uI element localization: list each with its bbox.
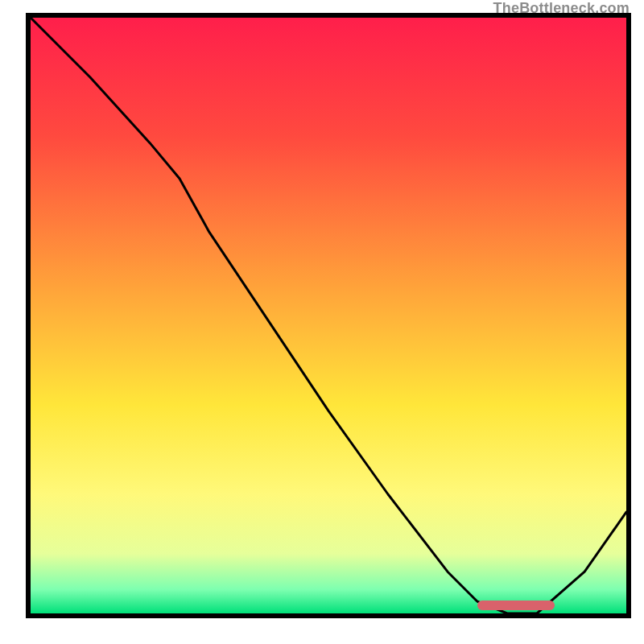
chart-frame: TheBottleneck.com	[0, 0, 644, 644]
plot-area	[26, 13, 631, 618]
optimal-range-marker	[477, 601, 555, 610]
curve-layer	[31, 18, 626, 613]
bottleneck-curve-path	[31, 18, 626, 613]
